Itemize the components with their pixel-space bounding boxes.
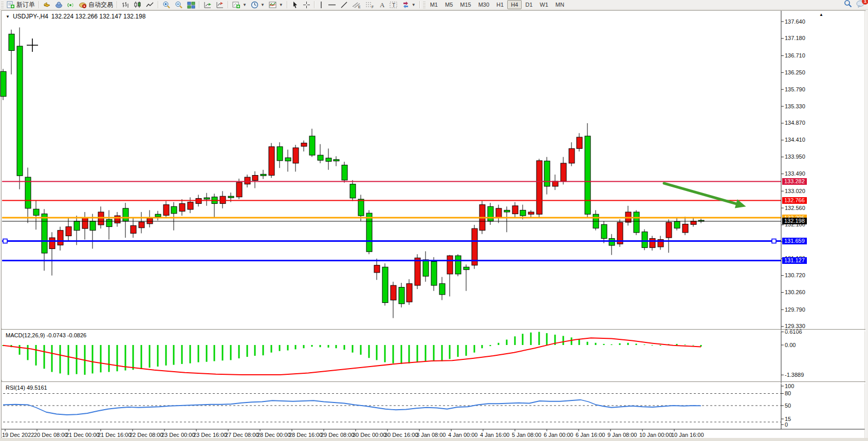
panel-separator-main-macd[interactable] <box>2 329 865 331</box>
time-tick-label[interactable]: 6 Jan 16:00 <box>576 432 605 438</box>
candlestick <box>544 161 550 186</box>
macd-tick-label[interactable]: -1.3889 <box>785 372 804 378</box>
time-tick-label[interactable]: 23 Dec 00:00 <box>161 432 195 438</box>
candlestick <box>439 283 445 294</box>
candlestick <box>455 256 461 274</box>
price-tick-label[interactable]: 135.330 <box>785 103 805 109</box>
candlestick <box>609 238 615 245</box>
hline-selection-handle[interactable] <box>3 239 7 243</box>
price-tick-label[interactable]: 134.870 <box>785 120 805 126</box>
candlestick <box>399 287 404 304</box>
candlestick <box>642 232 648 248</box>
time-tick-label[interactable]: 4 Jan 16:00 <box>480 432 510 438</box>
candlestick <box>512 206 518 214</box>
candlestick <box>650 238 655 247</box>
candlestick <box>326 158 331 161</box>
candlestick <box>407 283 412 302</box>
hline-selection-handle[interactable] <box>772 239 776 243</box>
candlestick <box>277 147 283 161</box>
price-tick-label[interactable]: 137.180 <box>785 35 805 41</box>
price-badge-131.659: 131.659 <box>782 238 807 244</box>
price-tick-label[interactable]: 130.260 <box>785 289 805 295</box>
candlestick <box>472 228 477 265</box>
candlestick <box>666 222 672 238</box>
candlestick <box>496 208 502 218</box>
candlestick <box>66 227 71 236</box>
price-tick-label[interactable]: 136.710 <box>785 52 805 59</box>
candlestick <box>358 199 364 216</box>
time-tick-label[interactable]: 6 Jan 00:00 <box>544 432 574 438</box>
candlestick <box>431 261 437 285</box>
time-tick-label[interactable]: 9 Jan 08:00 <box>607 432 637 438</box>
candlestick <box>106 219 112 226</box>
time-tick-label[interactable]: 10 Jan 16:00 <box>671 432 704 438</box>
time-tick-label[interactable]: 30 Dec 16:00 <box>384 432 418 438</box>
candlestick <box>366 213 372 252</box>
candlestick <box>236 182 242 197</box>
candlestick <box>537 161 542 214</box>
candlestick <box>577 137 582 148</box>
candlestick <box>220 196 226 203</box>
time-tick-label[interactable]: 19 Dec 2022 <box>2 432 34 438</box>
candlestick <box>163 205 169 216</box>
candlestick <box>188 202 193 209</box>
macd-tick-label[interactable]: 0.00 <box>785 342 796 348</box>
price-tick-label[interactable]: 130.720 <box>785 272 805 278</box>
price-badge-131.127: 131.127 <box>782 257 807 264</box>
price-tick-label[interactable]: 133.490 <box>785 170 805 177</box>
candlestick <box>691 221 696 224</box>
price-tick-label[interactable]: 136.250 <box>785 69 805 75</box>
application-window: 新订单自动交易▼▼▼EFAT▼ M1M5M15M30H1H4D1W1MN 1 ▼… <box>0 0 868 441</box>
candlestick <box>561 163 566 181</box>
time-tick-label[interactable]: 10 Jan 00:00 <box>639 432 672 438</box>
window-bottom-border <box>0 438 868 441</box>
candlestick <box>245 177 250 184</box>
price-tick-label[interactable]: 129.790 <box>785 306 805 313</box>
time-tick-label[interactable]: 28 Dec 16:00 <box>289 432 322 438</box>
candlestick <box>293 148 299 163</box>
time-tick-label[interactable]: 21 Dec 16:00 <box>98 432 131 438</box>
candlestick <box>391 285 396 300</box>
candlestick <box>115 216 120 223</box>
rsi-tick-label[interactable]: 80 <box>785 390 791 396</box>
candlestick <box>374 265 380 273</box>
panel-separator-macd-rsi[interactable] <box>2 381 865 384</box>
time-tick-label[interactable]: 29 Dec 08:00 <box>321 432 354 438</box>
time-tick-label[interactable]: 5 Jan 08:00 <box>512 432 542 438</box>
rsi-tick-label[interactable]: 0 <box>785 421 788 428</box>
rsi-tick-label[interactable]: 100 <box>785 383 794 389</box>
candlestick <box>74 221 80 231</box>
time-tick-label[interactable]: 27 Dec 08:00 <box>225 432 258 438</box>
time-tick-label[interactable]: 30 Dec 00:00 <box>353 432 386 438</box>
candlestick <box>301 143 307 146</box>
time-tick-label[interactable]: 21 Dec 00:00 <box>66 432 99 438</box>
candlestick <box>90 221 96 231</box>
candlestick <box>155 214 161 217</box>
macd-indicator-label: MACD(12,26,9) -0.0743 -0.0826 <box>6 332 86 338</box>
time-tick-label[interactable]: 3 Jan 08:00 <box>416 432 446 438</box>
price-tick-label[interactable]: 133.950 <box>785 154 805 160</box>
price-tick-label[interactable]: 132.560 <box>785 205 805 211</box>
time-tick-label[interactable]: 23 Dec 16:00 <box>193 432 227 438</box>
candlestick <box>674 222 680 228</box>
chart-canvas[interactable] <box>0 0 868 441</box>
candlestick <box>423 260 429 276</box>
price-tick-label[interactable]: 137.640 <box>785 18 805 25</box>
candlestick <box>49 238 55 248</box>
candlestick <box>269 147 274 176</box>
chevron-down-icon[interactable]: ▼ <box>6 14 10 19</box>
candlestick <box>261 174 266 176</box>
candlestick <box>569 148 575 163</box>
time-tick-label[interactable]: 28 Dec 00:00 <box>257 432 290 438</box>
candlestick <box>464 267 469 270</box>
scale-marker-icon[interactable]: ▲ <box>819 12 823 17</box>
price-tick-label[interactable]: 135.790 <box>785 86 805 92</box>
candlestick <box>634 212 639 233</box>
time-tick-label[interactable]: 22 Dec 08:00 <box>130 432 163 438</box>
rsi-tick-label[interactable]: 50 <box>785 402 791 409</box>
price-tick-label[interactable]: 133.020 <box>785 188 805 194</box>
time-tick-label[interactable]: 20 Dec 08:00 <box>34 432 67 438</box>
time-tick-label[interactable]: 4 Jan 00:00 <box>448 432 478 438</box>
candlestick <box>33 209 39 215</box>
price-tick-label[interactable]: 134.410 <box>785 137 805 143</box>
